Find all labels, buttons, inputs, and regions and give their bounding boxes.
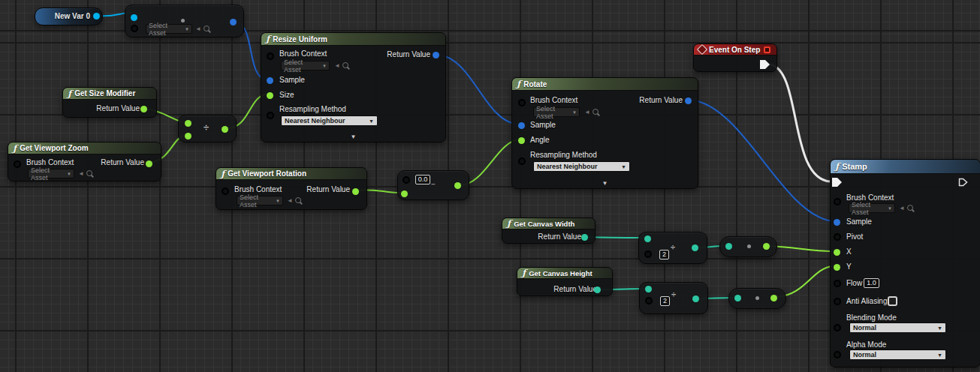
divide-input-a-pin[interactable] [644,236,651,242]
resampling-method-dropdown[interactable]: Nearest Neighbour▼ [281,116,378,126]
node-subtract[interactable]: 0.0 – [397,170,469,200]
node-divide[interactable]: ÷ [178,115,237,142]
asset-picker-output-pin[interactable] [230,19,237,26]
return-value-pin[interactable] [685,98,692,104]
node-multiply-height[interactable] [728,288,786,309]
return-value-pin[interactable] [433,52,439,58]
return-value-pin[interactable] [352,188,359,195]
divide-input-b-pin[interactable] [644,250,652,258]
resampling-method-pin[interactable] [267,112,274,119]
divide-input-b-pin[interactable] [185,133,191,140]
return-value-pin[interactable] [594,286,601,293]
asset-picker-input-pin[interactable] [131,14,137,21]
size-pin[interactable] [267,92,273,99]
brush-context-pin[interactable] [518,99,526,106]
anti-aliasing-checkbox[interactable] [888,296,897,306]
divide-input-a-pin[interactable] [185,120,191,127]
flow-value[interactable]: 1.0 [864,278,879,288]
divide-output-pin[interactable] [692,296,699,302]
blending-mode-dropdown[interactable]: Normal▼ [849,322,946,333]
exec-output-pin[interactable] [958,178,968,187]
angle-pin[interactable] [518,137,525,144]
divide-input-a-pin[interactable] [645,286,652,292]
brush-context-pin[interactable] [222,188,229,195]
node-get-canvas-width[interactable]: ƒ Get Canvas Width Return Value [502,218,596,244]
subtract-input-a-pin[interactable] [403,176,410,184]
select-asset-dropdown[interactable]: Select Asset▼ [146,24,192,34]
return-value-pin[interactable] [140,106,147,112]
back-arrow-icon[interactable]: ◄ [195,26,201,32]
sample-pin[interactable] [267,77,273,84]
subtract-default-value[interactable]: 0.0 [415,175,430,184]
back-arrow-icon[interactable]: ◄ [584,110,590,116]
collapse-arrow-icon[interactable]: ▼ [351,134,357,140]
resampling-method-dropdown[interactable]: Nearest Neighbour▼ [533,161,630,172]
sample-pin[interactable] [834,219,840,226]
brush-context-pin[interactable] [14,160,21,168]
divide-output-pin[interactable] [692,244,698,251]
node-asset-picker[interactable]: Select Asset▼ ◄ [125,4,244,38]
resampling-method-pin[interactable] [518,158,526,165]
search-icon[interactable] [86,170,92,176]
divide-output-pin[interactable] [222,126,228,133]
blending-mode-pin[interactable] [834,324,841,332]
y-pin[interactable] [834,264,840,271]
node-event-on-step[interactable]: Event On Step [693,44,777,72]
node-rotate[interactable]: ƒ Rotate Brush Context Select Asset▼ ◄ R… [511,77,698,189]
search-icon[interactable] [342,62,348,68]
alpha-mode-dropdown[interactable]: Normal▼ [849,350,946,360]
no-loop-badge [764,46,770,53]
exec-output-pin[interactable] [760,60,770,69]
node-new-var-0[interactable]: New Var 0 [35,8,103,26]
node-divide-height[interactable]: 2 ÷ [639,282,708,314]
back-arrow-icon[interactable]: ◄ [899,206,905,212]
sample-pin[interactable] [518,122,525,129]
divide-default-value[interactable]: 2 [659,250,669,260]
multiply-input-pin[interactable] [734,295,741,302]
node-divide-width[interactable]: 2 ÷ [638,232,707,264]
divide-default-value[interactable]: 2 [660,296,670,306]
anti-aliasing-pin[interactable] [834,298,841,305]
subtract-operator: – [431,180,436,189]
node-get-viewport-zoom[interactable]: ƒ Get Viewport Zoom Brush Context Return… [8,142,161,182]
select-asset-dropdown[interactable]: Select Asset▼ [281,61,330,70]
brush-context-pin[interactable] [267,52,274,60]
asset-picker-context-pin[interactable] [131,25,138,32]
alpha-mode-pin[interactable] [834,351,841,358]
node-resize-uniform[interactable]: ƒ Resize Uniform Brush Context Select As… [261,32,446,142]
exec-input-pin[interactable] [832,178,842,187]
select-asset-dropdown[interactable]: Select Asset▼ [237,196,283,206]
select-asset-dropdown[interactable]: Select Asset▼ [28,169,74,178]
divide-input-b-pin[interactable] [645,297,653,304]
new-var-output-pin[interactable] [93,13,100,20]
node-stamp[interactable]: ƒ Stamp Brush Context Select Asset▼ ◄ Sa… [830,159,980,368]
node-multiply-width[interactable] [719,236,777,257]
search-icon[interactable] [907,205,913,211]
collapse-arrow-icon[interactable]: ▼ [602,181,608,187]
return-value-pin[interactable] [146,160,152,167]
subtract-input-b-pin[interactable] [401,190,408,197]
back-arrow-icon[interactable]: ◄ [287,198,293,204]
node-get-viewport-rotation[interactable]: ƒ Get Viewport Rotation Brush Context Re… [216,167,367,210]
x-pin[interactable] [834,249,840,256]
multiply-output-pin[interactable] [763,243,770,250]
select-asset-dropdown[interactable]: Select Asset▼ [849,203,895,213]
pivot-pin[interactable] [834,233,841,241]
multiply-input-pin[interactable] [725,243,732,250]
graph-canvas[interactable]: New Var 0 Select Asset▼ ◄ ƒ Resize Unifo… [0,0,980,372]
multiply-output-pin[interactable] [770,295,777,302]
node-get-size-modifier[interactable]: ƒ Get Size Modifier Return Value [62,87,157,118]
select-asset-dropdown[interactable]: Select Asset▼ [533,107,580,117]
return-value-pin[interactable] [581,234,588,241]
search-icon[interactable] [593,109,599,115]
search-icon[interactable] [295,197,301,203]
brush-context-pin[interactable] [834,198,841,206]
back-arrow-icon[interactable]: ◄ [334,63,340,69]
node-get-canvas-height[interactable]: ƒ Get Canvas Height Return Value [517,267,613,296]
dropdown-arrow-icon: ▼ [369,118,374,124]
back-arrow-icon[interactable]: ◄ [78,171,84,177]
dropdown-arrow-icon: ▼ [621,164,626,170]
search-icon[interactable] [204,26,210,32]
subtract-output-pin[interactable] [454,182,461,189]
flow-pin[interactable] [834,280,841,287]
